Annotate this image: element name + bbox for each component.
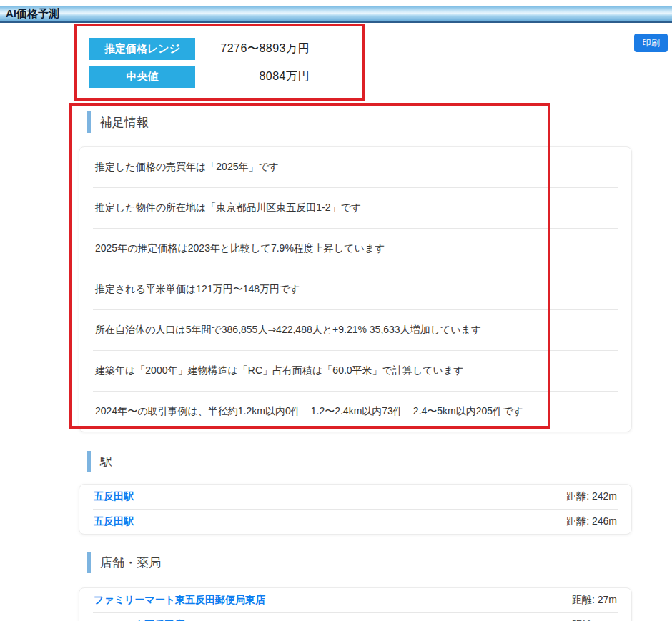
median-price-value: 8084万円 bbox=[195, 69, 310, 84]
station-link[interactable]: 五反田駅 bbox=[94, 515, 134, 528]
stations-card: 五反田駅 距離: 242m 五反田駅 距離: 246m bbox=[79, 484, 632, 535]
median-price-label: 中央値 bbox=[89, 66, 195, 88]
median-price-row: 中央値 8084万円 bbox=[89, 66, 632, 88]
station-distance: 距離: 242m bbox=[566, 490, 617, 503]
info-item-transactions: 2024年〜の取引事例は、半径約1.2km以内0件 1.2〜2.4km以内73件… bbox=[93, 392, 618, 432]
supplementary-heading-text: 補足情報 bbox=[100, 114, 149, 131]
price-range-value: 7276〜8893万円 bbox=[195, 41, 310, 56]
stations-heading: 駅 bbox=[79, 451, 632, 472]
heading-accent-bar bbox=[87, 552, 91, 573]
store-distance: 距離: 27m bbox=[572, 594, 617, 607]
price-range-row: 推定価格レンジ 7276〜8893万円 bbox=[89, 38, 632, 60]
store-row: ローソン東五反田店 距離: 48m bbox=[93, 613, 618, 621]
info-item-price-trend: 2025年の推定価格は2023年と比較して7.9%程度上昇しています bbox=[93, 229, 618, 269]
store-link[interactable]: ファミリーマート東五反田郵便局東店 bbox=[94, 594, 265, 607]
info-item-population: 所在自治体の人口は5年間で386,855人⇒422,488人と+9.21% 35… bbox=[93, 310, 618, 351]
info-item-sale-year: 推定した価格の売買年は「2025年」です bbox=[93, 147, 618, 188]
station-link[interactable]: 五反田駅 bbox=[94, 490, 134, 503]
print-button[interactable]: 印刷 bbox=[634, 34, 668, 52]
price-range-label: 推定価格レンジ bbox=[89, 38, 195, 60]
info-item-unit-price: 推定される平米単価は121万円〜148万円です bbox=[93, 269, 618, 310]
supplementary-card: 推定した価格の売買年は「2025年」です 推定した物件の所在地は「東京都品川区東… bbox=[79, 146, 632, 432]
station-distance: 距離: 246m bbox=[566, 515, 617, 528]
supplementary-heading: 補足情報 bbox=[79, 111, 632, 133]
stations-heading-text: 駅 bbox=[100, 454, 112, 470]
station-row: 五反田駅 距離: 242m bbox=[93, 485, 618, 510]
main-content: 推定価格レンジ 7276〜8893万円 中央値 8084万円 補足情報 推定した… bbox=[79, 23, 632, 621]
page-title: AI価格予測 bbox=[6, 7, 59, 21]
page-header: AI価格予測 bbox=[0, 6, 672, 23]
info-item-building: 建築年は「2000年」建物構造は「RC」占有面積は「60.0平米」で計算していま… bbox=[93, 351, 618, 392]
stores-card: ファミリーマート東五反田郵便局東店 距離: 27m ローソン東五反田店 距離: … bbox=[79, 587, 632, 621]
info-item-location: 推定した物件の所在地は「東京都品川区東五反田1-2」です bbox=[93, 188, 618, 229]
station-row: 五反田駅 距離: 246m bbox=[93, 510, 618, 534]
heading-accent-bar bbox=[87, 451, 91, 472]
heading-accent-bar bbox=[87, 111, 91, 133]
stores-heading: 店舗・薬局 bbox=[79, 552, 632, 573]
store-row: ファミリーマート東五反田郵便局東店 距離: 27m bbox=[93, 588, 618, 613]
stores-heading-text: 店舗・薬局 bbox=[100, 555, 161, 571]
price-summary: 推定価格レンジ 7276〜8893万円 中央値 8084万円 bbox=[89, 23, 632, 88]
